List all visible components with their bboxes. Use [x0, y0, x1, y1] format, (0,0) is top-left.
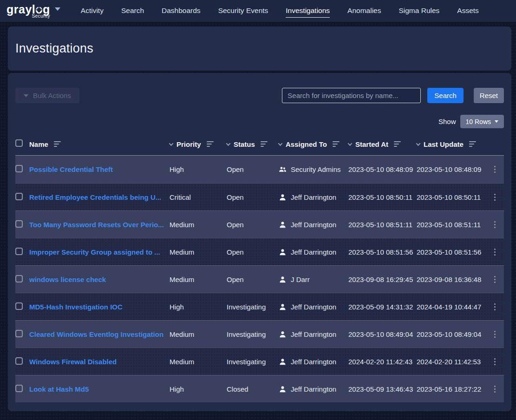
logo-caret-down-icon[interactable] [55, 7, 60, 11]
column-menu-chevron-icon[interactable] [226, 141, 231, 146]
row-checkbox[interactable] [15, 193, 23, 200]
nav-item-activity[interactable]: Activity [81, 5, 104, 18]
table-row: Windows Firewal Disabled Medium Investig… [15, 348, 504, 375]
column-menu-chevron-icon[interactable] [169, 141, 174, 146]
last-update-value: 2023-05-10 08:49:04 [417, 330, 486, 338]
priority-value: Medium [170, 330, 227, 338]
sort-icon[interactable] [394, 141, 401, 147]
investigation-name-link[interactable]: Retired Employee Credentials being U... [29, 193, 170, 201]
top-navbar: graylog Security ActivitySearchDashboard… [0, 0, 516, 22]
reset-button[interactable]: Reset [474, 88, 504, 103]
investigation-name-link[interactable]: Improper Security Group assigned to ... [29, 248, 170, 256]
table-row: MD5-Hash Investigation IOC High Investig… [15, 293, 504, 320]
page-size-dropdown[interactable]: 10 Rows [460, 115, 504, 128]
row-actions-kebab-icon[interactable] [491, 219, 498, 230]
search-input[interactable] [282, 88, 421, 103]
status-value: Investigating [227, 303, 279, 311]
investigation-name-link[interactable]: Possible Credential Theft [29, 165, 170, 173]
started-at-value: 2024-02-20 11:42:43 [348, 358, 417, 366]
bulk-actions-caret-icon [24, 94, 28, 97]
table-row: Look at Hash Md5 High Closed Jeff Darrin… [15, 375, 504, 402]
priority-value: High [170, 303, 227, 311]
column-menu-chevron-icon[interactable] [278, 141, 283, 146]
investigation-name-link[interactable]: Cleared Windows Eventlog Investigation [29, 330, 170, 338]
assignee-name: Security Admins [291, 165, 341, 173]
last-update-value: 2023-05-10 08:51:56 [417, 248, 486, 256]
nav-item-investigations[interactable]: Investigations [286, 5, 330, 18]
row-actions-kebab-icon[interactable] [491, 247, 498, 257]
row-checkbox[interactable] [15, 385, 23, 392]
column-menu-chevron-icon[interactable] [348, 141, 353, 146]
sort-icon[interactable] [469, 141, 476, 147]
started-at-value: 2023-05-10 08:50:11 [348, 193, 417, 201]
row-actions-kebab-icon[interactable] [491, 274, 498, 285]
status-value: Open [227, 165, 279, 173]
table-body: Possible Credential Theft High Open Secu… [15, 155, 504, 402]
assignee-name: Jeff Darrington [291, 193, 336, 201]
row-checkbox[interactable] [15, 248, 23, 255]
col-header-name: Name [29, 140, 170, 148]
last-update-value: 2023-05-10 08:48:09 [417, 165, 486, 173]
select-all-checkbox[interactable] [15, 139, 23, 147]
user-icon [279, 221, 287, 229]
assignee-name: Jeff Darrington [291, 248, 336, 256]
investigation-name-link[interactable]: windows license check [29, 276, 170, 283]
nav-item-security-events[interactable]: Security Events [218, 5, 268, 18]
col-header-assigned-to: Assigned To [279, 140, 348, 148]
sort-icon[interactable] [333, 141, 340, 147]
priority-value: Medium [170, 358, 227, 366]
nav-item-assets[interactable]: Assets [457, 5, 479, 18]
show-label: Show [438, 118, 456, 125]
nav-item-dashboards[interactable]: Dashboards [162, 5, 201, 18]
row-checkbox[interactable] [15, 330, 23, 337]
table-row: Possible Credential Theft High Open Secu… [15, 156, 504, 183]
page-size-row: Show 10 Rows [15, 115, 504, 128]
last-update-value: 2023-05-16 18:27:22 [417, 385, 486, 393]
status-value: Open [227, 193, 279, 201]
assignee-name: Jeff Darrington [291, 221, 336, 229]
row-checkbox[interactable] [15, 275, 23, 282]
toolbar: Bulk Actions Search Reset [15, 88, 504, 103]
investigation-name-link[interactable]: Look at Hash Md5 [29, 385, 170, 393]
column-menu-chevron-icon[interactable] [416, 141, 421, 146]
row-checkbox[interactable] [15, 165, 23, 172]
status-value: Open [227, 248, 279, 256]
status-value: Investigating [227, 330, 279, 338]
investigation-name-link[interactable]: Too Many Password Resets Over Perio... [29, 221, 170, 229]
row-actions-kebab-icon[interactable] [491, 302, 498, 312]
row-actions-kebab-icon[interactable] [491, 329, 498, 340]
nav-item-sigma-rules[interactable]: Sigma Rules [398, 5, 439, 18]
search-group: Search Reset [282, 88, 504, 103]
row-checkbox[interactable] [15, 220, 23, 228]
page-size-caret-icon [495, 120, 498, 123]
investigation-name-link[interactable]: Windows Firewal Disabled [29, 358, 170, 366]
last-update-value: 2023-05-10 08:51:11 [417, 221, 486, 229]
col-header-priority: Priority [170, 140, 227, 148]
row-actions-kebab-icon[interactable] [491, 384, 498, 394]
assignee-name: Jeff Darrington [291, 358, 336, 366]
user-icon [279, 193, 287, 201]
row-actions-kebab-icon[interactable] [491, 356, 498, 367]
col-header-status: Status [227, 140, 279, 148]
priority-value: Medium [170, 248, 227, 256]
nav-item-anomalies[interactable]: Anomalies [347, 5, 381, 18]
row-actions-kebab-icon[interactable] [491, 164, 498, 175]
bulk-actions-button[interactable]: Bulk Actions [15, 88, 79, 103]
user-icon [279, 276, 287, 283]
user-icon [279, 330, 287, 338]
sort-icon[interactable] [54, 141, 61, 147]
table-row: Too Many Password Resets Over Perio... M… [15, 210, 504, 238]
search-button[interactable]: Search [427, 88, 464, 103]
investigation-name-link[interactable]: MD5-Hash Investigation IOC [29, 303, 170, 311]
sort-icon[interactable] [261, 141, 268, 147]
sort-icon[interactable] [207, 141, 214, 147]
nav-items: ActivitySearchDashboardsSecurity EventsI… [81, 5, 479, 18]
row-checkbox[interactable] [15, 302, 23, 310]
priority-value: High [170, 385, 227, 393]
graylog-logo[interactable]: graylog Security [7, 4, 60, 19]
table-row: windows license check Medium Open J Darr… [15, 265, 504, 293]
row-checkbox[interactable] [15, 357, 23, 365]
row-actions-kebab-icon[interactable] [491, 192, 498, 203]
assignee-name: Jeff Darrington [291, 330, 336, 338]
nav-item-search[interactable]: Search [121, 5, 144, 18]
